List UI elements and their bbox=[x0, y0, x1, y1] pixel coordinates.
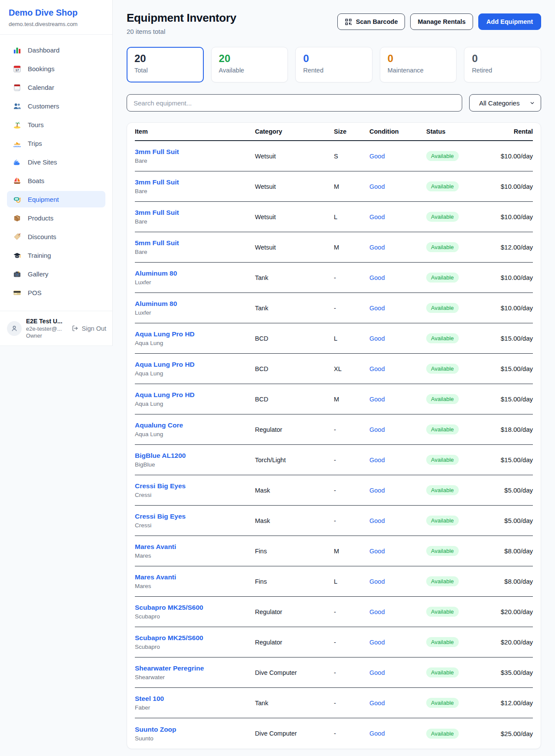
item-name-link[interactable]: Cressi Big Eyes bbox=[135, 513, 255, 520]
manage-rentals-button[interactable]: Manage Rentals bbox=[410, 13, 473, 30]
item-name-link[interactable]: Aluminum 80 bbox=[135, 300, 255, 308]
sign-out-button[interactable]: Sign Out bbox=[72, 325, 106, 332]
add-equipment-label: Add Equipment bbox=[486, 18, 533, 25]
condition-link[interactable]: Good bbox=[369, 365, 385, 372]
app-shell: Demo Dive Shop demo.test.divestreams.com… bbox=[0, 0, 555, 756]
category-filter-value: All Categories bbox=[479, 99, 519, 107]
item-name-link[interactable]: BigBlue AL1200 bbox=[135, 452, 255, 460]
rental-price: $12.00/day bbox=[490, 243, 533, 251]
sidebar-item-customers[interactable]: Customers bbox=[7, 98, 105, 114]
condition-link[interactable]: Good bbox=[369, 608, 385, 615]
stat-value: 0 bbox=[303, 53, 365, 64]
item-brand: Suunto bbox=[135, 735, 255, 742]
item-name-link[interactable]: Steel 100 bbox=[135, 695, 255, 703]
item-name-link[interactable]: Shearwater Peregrine bbox=[135, 664, 255, 672]
item-name-link[interactable]: Scubapro MK25/S600 bbox=[135, 604, 255, 611]
condition-link[interactable]: Good bbox=[369, 305, 385, 312]
sidebar-item-label: Boats bbox=[28, 177, 44, 184]
sidebar-item-label: Equipment bbox=[28, 196, 59, 203]
stat-card-available[interactable]: 20 Available bbox=[211, 47, 288, 82]
sidebar-item-label: Products bbox=[28, 214, 53, 222]
condition-link[interactable]: Good bbox=[369, 730, 385, 737]
scan-barcode-label: Scan Barcode bbox=[356, 18, 398, 25]
condition-link[interactable]: Good bbox=[369, 578, 385, 585]
rental-price: $18.00/day bbox=[490, 426, 533, 433]
item-name-link[interactable]: Scubapro MK25/S600 bbox=[135, 634, 255, 642]
condition-link[interactable]: Good bbox=[369, 426, 385, 433]
stat-card-total[interactable]: 20 Total bbox=[127, 47, 204, 82]
table-row: Mares Avanti Mares Fins M Good Available… bbox=[135, 536, 533, 566]
sidebar-item-boats[interactable]: Boats bbox=[7, 172, 105, 189]
item-name-link[interactable]: Aqua Lung Pro HD bbox=[135, 361, 255, 368]
item-category: Fins bbox=[255, 548, 334, 555]
sidebar-item-label: Customers bbox=[28, 102, 59, 110]
sidebar-item-label: Training bbox=[28, 252, 51, 259]
item-name-link[interactable]: Aqualung Core bbox=[135, 421, 255, 429]
item-name-link[interactable]: Mares Avanti bbox=[135, 573, 255, 581]
sidebar-item-discounts[interactable]: Discounts bbox=[7, 228, 105, 245]
brand-name[interactable]: Demo Dive Shop bbox=[9, 8, 104, 18]
rental-price: $15.00/day bbox=[490, 395, 533, 403]
condition-link[interactable]: Good bbox=[369, 396, 385, 403]
condition-link[interactable]: Good bbox=[369, 548, 385, 555]
item-name-link[interactable]: 3mm Full Suit bbox=[135, 148, 255, 156]
sidebar-item-trips[interactable]: Trips bbox=[7, 135, 105, 151]
rental-price: $15.00/day bbox=[490, 365, 533, 372]
item-name-link[interactable]: Suunto Zoop bbox=[135, 726, 255, 733]
condition-link[interactable]: Good bbox=[369, 244, 385, 251]
condition-link[interactable]: Good bbox=[369, 517, 385, 524]
sidebar-item-dive-sites[interactable]: Dive Sites bbox=[7, 154, 105, 170]
condition-link[interactable]: Good bbox=[369, 639, 385, 646]
item-name-link[interactable]: Aqua Lung Pro HD bbox=[135, 330, 255, 338]
condition-link[interactable]: Good bbox=[369, 153, 385, 160]
condition-link[interactable]: Good bbox=[369, 669, 385, 676]
item-name-link[interactable]: Mares Avanti bbox=[135, 543, 255, 551]
stat-card-retired[interactable]: 0 Retired bbox=[464, 47, 541, 82]
add-equipment-button[interactable]: Add Equipment bbox=[478, 13, 541, 30]
table-row: Aqualung Core Aqua Lung Regulator - Good… bbox=[135, 414, 533, 445]
item-name-link[interactable]: Aluminum 80 bbox=[135, 270, 255, 277]
item-name-link[interactable]: Cressi Big Eyes bbox=[135, 482, 255, 490]
item-size: - bbox=[334, 426, 369, 433]
item-category: Fins bbox=[255, 578, 334, 585]
condition-link[interactable]: Good bbox=[369, 487, 385, 494]
stat-card-maintenance[interactable]: 0 Maintenance bbox=[380, 47, 457, 82]
item-name-link[interactable]: 3mm Full Suit bbox=[135, 178, 255, 186]
condition-link[interactable]: Good bbox=[369, 700, 385, 707]
item-brand: Aqua Lung bbox=[135, 370, 255, 377]
category-filter-select[interactable]: All Categories bbox=[469, 94, 541, 112]
item-name-link[interactable]: 5mm Full Suit bbox=[135, 239, 255, 247]
item-size: - bbox=[334, 487, 369, 494]
sidebar-item-dashboard[interactable]: Dashboard bbox=[7, 42, 105, 58]
condition-link[interactable]: Good bbox=[369, 183, 385, 190]
condition-link[interactable]: Good bbox=[369, 457, 385, 463]
item-size: M bbox=[334, 183, 369, 190]
sidebar-item-calendar[interactable]: Calendar bbox=[7, 79, 105, 95]
sidebar-item-bookings[interactable]: 17 Bookings bbox=[7, 60, 105, 77]
sidebar-item-tours[interactable]: Tours bbox=[7, 116, 105, 133]
item-size: - bbox=[334, 457, 369, 463]
status-badge: Available bbox=[426, 212, 459, 222]
status-badge: Available bbox=[426, 303, 459, 313]
sidebar-item-products[interactable]: Products bbox=[7, 210, 105, 226]
table-row: Aqua Lung Pro HD Aqua Lung BCD L Good Av… bbox=[135, 323, 533, 354]
rental-price: $20.00/day bbox=[490, 638, 533, 646]
sidebar-item-label: Trips bbox=[28, 140, 42, 147]
brand-domain: demo.test.divestreams.com bbox=[9, 21, 104, 27]
item-name-link[interactable]: Aqua Lung Pro HD bbox=[135, 391, 255, 399]
sidebar-item-gallery[interactable]: Gallery bbox=[7, 266, 105, 282]
condition-link[interactable]: Good bbox=[369, 335, 385, 342]
status-badge: Available bbox=[426, 729, 459, 739]
condition-link[interactable]: Good bbox=[369, 274, 385, 281]
sidebar-item-equipment[interactable]: Equipment bbox=[7, 191, 105, 207]
sidebar-item-training[interactable]: Training bbox=[7, 247, 105, 263]
search-input[interactable] bbox=[127, 94, 462, 112]
item-name-link[interactable]: 3mm Full Suit bbox=[135, 209, 255, 217]
sailboat-icon bbox=[13, 176, 21, 185]
scan-barcode-button[interactable]: Scan Barcode bbox=[337, 13, 405, 30]
condition-link[interactable]: Good bbox=[369, 214, 385, 220]
stat-card-rented[interactable]: 0 Rented bbox=[295, 47, 372, 82]
sidebar-item-pos[interactable]: POS bbox=[7, 284, 105, 301]
status-badge: Available bbox=[426, 394, 459, 404]
item-category: Regulator bbox=[255, 639, 334, 646]
